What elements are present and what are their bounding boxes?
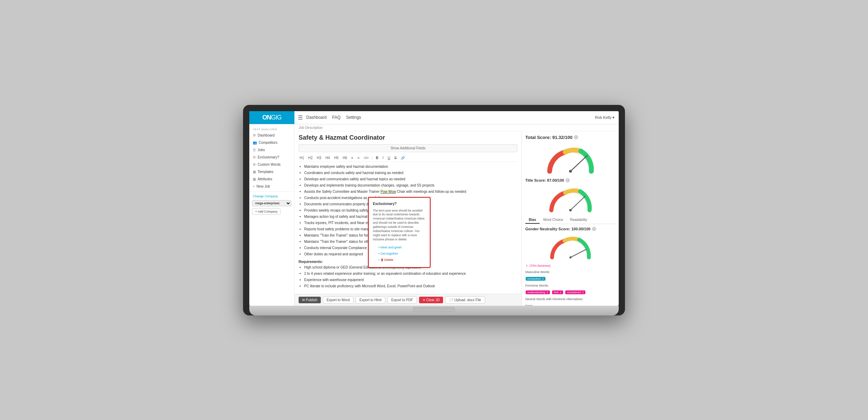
sidebar-item-custom-words[interactable]: ⚙ Custom Words: [249, 161, 294, 168]
h6-button[interactable]: H6: [342, 156, 348, 160]
export-word-button[interactable]: Export to Word: [323, 296, 354, 304]
sidebar-item-label: Dashboard: [258, 133, 275, 137]
list-item: PC literate to include proficiency with …: [304, 283, 517, 289]
list-item: 2 to 4 years related experience and/or t…: [304, 271, 517, 277]
editor-content[interactable]: Maintains employee safety and hazmat doc…: [299, 164, 517, 291]
add-company-button[interactable]: + Add Company: [252, 208, 281, 215]
export-html-button[interactable]: Export to Html: [356, 296, 385, 304]
publish-icon: ✉: [302, 298, 305, 302]
bold-button[interactable]: B: [375, 156, 379, 160]
svg-line-0: [570, 156, 587, 171]
dashboard-icon: ⚙: [253, 133, 256, 137]
custom-words-icon: ⚙: [253, 163, 256, 166]
h1-button[interactable]: H1: [299, 156, 305, 160]
nav-links: Dashboard FAQ Settings: [306, 115, 361, 120]
exclusionary-icon: ⚙: [253, 155, 256, 159]
link-button[interactable]: 🔗: [400, 156, 406, 160]
h4-button[interactable]: H4: [324, 156, 331, 160]
total-score-info-icon[interactable]: i: [574, 135, 578, 139]
gender-score-heading: Gender Neutrality Score: 100.00/100 i: [525, 227, 615, 231]
list-item: Maintains employee safety and hazmat doc…: [304, 164, 517, 170]
upload-icon: 📄: [449, 298, 453, 302]
attributes-icon: ▦: [253, 177, 256, 181]
change-company-link[interactable]: Change Company: [249, 193, 294, 199]
upload-docx-button[interactable]: 📄 Upload .docx File: [445, 296, 485, 304]
sidebar-item-dashboard[interactable]: ⚙ Dashboard: [249, 132, 294, 139]
highlighted-term[interactable]: Pow Wow: [381, 190, 396, 193]
logo: ONGIG: [249, 111, 294, 124]
sidebar-item-label: Jobs: [258, 148, 265, 152]
strikethrough-button[interactable]: S: [393, 156, 398, 160]
sidebar-item-templates[interactable]: ▦ Templates: [249, 168, 294, 175]
publish-button[interactable]: ✉ Publish: [299, 297, 321, 303]
sidebar-item-label: New Job: [257, 184, 270, 188]
sidebar-item-label: Exclusionary?: [258, 155, 279, 159]
user-menu[interactable]: Rob Kelly ▾: [595, 115, 615, 120]
nav-faq[interactable]: FAQ: [332, 115, 341, 120]
tab-readability[interactable]: Readability: [567, 216, 591, 224]
logo-text: ONGIG: [262, 114, 281, 121]
unordered-list-button[interactable]: ≡: [350, 156, 354, 160]
gender-score-gauge: [525, 234, 615, 260]
masculine-words-label: Masculine Words:: [525, 270, 615, 274]
sidebar-item-label: Competitors: [259, 141, 277, 145]
sidebar-item-attributes[interactable]: ▦ Attributes: [249, 175, 294, 183]
svg-point-1: [569, 170, 572, 173]
right-panel: Total Score: 91.32/100 i: [521, 131, 619, 306]
neutral-words-value: None: [525, 304, 533, 306]
svg-point-3: [569, 209, 571, 211]
masculine-word-badge[interactable]: exhaustive: 1: [526, 277, 545, 281]
total-score-heading: Total Score: 91.32/100 i: [525, 135, 615, 140]
svg-line-2: [570, 196, 585, 210]
job-title-input[interactable]: [299, 134, 517, 141]
italic-button[interactable]: I: [382, 156, 385, 160]
suggestion-delete[interactable]: 🗑Delete: [378, 257, 426, 263]
sidebar-item-label: Custom Words: [258, 163, 281, 166]
title-score-info-icon[interactable]: i: [566, 178, 570, 182]
sidebar-item-label: Templates: [258, 170, 274, 174]
suggestion-get-together[interactable]: Get-together: [378, 251, 426, 256]
editor-toolbar: H1 H2 H3 H4 H5 H6 ≡ ≡ </> | B: [299, 154, 517, 162]
jobs-icon: ☰: [253, 148, 256, 152]
clear-jd-button[interactable]: ✕ Clear JD: [419, 297, 443, 303]
breadcrumb: Job Description: [294, 124, 619, 131]
sidebar-item-jobs[interactable]: ☰ Jobs: [249, 146, 294, 154]
feminine-word-badge[interactable]: feel: 1: [552, 290, 563, 294]
nav-settings[interactable]: Settings: [346, 115, 361, 120]
underline-button[interactable]: U: [387, 156, 391, 160]
suggestion-meet-greet[interactable]: Meet and greet: [378, 245, 426, 250]
company-select[interactable]: mega-enterprises: [252, 200, 291, 206]
bottom-toolbar: ✉ Publish Export to Word Export to Html …: [294, 294, 521, 306]
toolbar-separator: |: [372, 156, 373, 160]
sidebar-item-competitors[interactable]: 👥 Competitors: [249, 139, 294, 146]
tab-word-choice[interactable]: Word Choice: [540, 216, 567, 224]
person-icon: ♀: [525, 263, 528, 268]
title-score-gauge: [525, 185, 615, 213]
nav-dashboard[interactable]: Dashboard: [306, 115, 327, 120]
ordered-list-button[interactable]: ≡: [357, 156, 361, 160]
list-item: Develops and implements training documen…: [304, 183, 517, 188]
hamburger-icon[interactable]: ☰: [298, 114, 303, 121]
clear-icon: ✕: [423, 298, 425, 302]
title-score-heading: Title Score: 87.00/100 i: [525, 178, 615, 182]
tooltip-body: The term pow wow should be avoided due t…: [373, 209, 426, 242]
h2-button[interactable]: H2: [307, 156, 314, 160]
masculine-words-section: Masculine Words: exhaustive: 1: [525, 270, 615, 281]
show-additional-fields-button[interactable]: Show Additional Fields: [299, 144, 517, 152]
analysis-tabs: Bias Word Choice Readability: [525, 216, 615, 224]
templates-icon: ▦: [253, 170, 256, 174]
h3-button[interactable]: H3: [316, 156, 323, 160]
gender-score-info-icon[interactable]: i: [592, 227, 596, 231]
feminine-word-badge[interactable]: considered: 1: [565, 290, 585, 294]
sidebar-item-new-job[interactable]: + New Job: [249, 183, 294, 190]
tab-bias[interactable]: Bias: [525, 216, 540, 224]
code-button[interactable]: </>: [362, 156, 369, 160]
sidebar-item-exclusionary[interactable]: ⚙ Exclusionary?: [249, 154, 294, 161]
export-pdf-button[interactable]: Export to PDF: [387, 296, 417, 304]
sidebar-divider: [249, 191, 294, 192]
h5-button[interactable]: H5: [333, 156, 340, 160]
feminine-word-badge[interactable]: understanding: 1: [526, 290, 550, 294]
list-item: Develops and communicates safety and haz…: [304, 176, 517, 182]
new-job-icon: +: [253, 184, 255, 188]
total-score-gauge: [525, 143, 615, 175]
